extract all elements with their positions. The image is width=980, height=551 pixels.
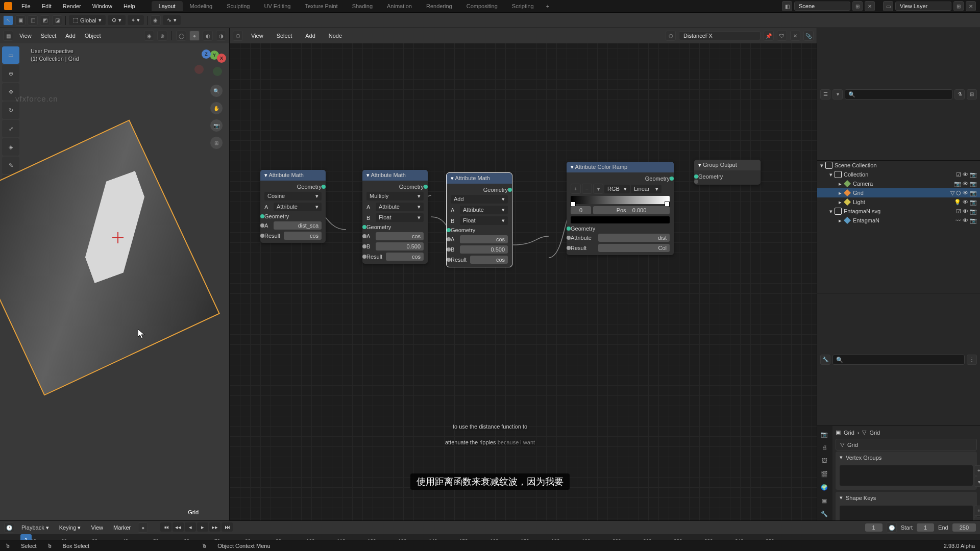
tab-modeling[interactable]: Modeling bbox=[183, 1, 220, 11]
play-reverse-button[interactable]: ◂ bbox=[185, 522, 196, 532]
ramp-remove-stop[interactable]: − bbox=[582, 184, 592, 194]
ne-menu-add[interactable]: Add bbox=[300, 31, 321, 41]
node-tree-name-field[interactable]: DistanceFX bbox=[679, 31, 761, 40]
perspective-toggle[interactable]: ⊞ bbox=[210, 136, 223, 149]
breadcrumb-data[interactable]: Grid bbox=[869, 430, 880, 436]
overlay-toggle[interactable]: ◉ bbox=[144, 31, 154, 41]
jump-start-button[interactable]: ⏮ bbox=[160, 522, 172, 532]
render-toggle[interactable]: 📷 bbox=[970, 217, 977, 224]
outliner-search[interactable] bbox=[845, 89, 952, 99]
zoom-button[interactable]: 🔍 bbox=[210, 84, 223, 97]
gizmo-neg-y[interactable] bbox=[213, 67, 222, 76]
stop-index[interactable]: 0 bbox=[571, 206, 591, 214]
rotate-tool[interactable]: ↻ bbox=[2, 102, 19, 119]
vp-menu-object[interactable]: Object bbox=[82, 31, 104, 40]
shading-material[interactable]: ◐ bbox=[203, 31, 213, 41]
attribute-math-node-1[interactable]: ▾ Attribute Math Geometry Cosine▾ AAttri… bbox=[260, 170, 326, 243]
end-frame-field[interactable]: 250 bbox=[952, 523, 976, 532]
select-tool[interactable]: ▭ bbox=[2, 46, 19, 64]
select-mode-2[interactable]: ◫ bbox=[28, 15, 38, 26]
render-toggle[interactable]: 📷 bbox=[970, 199, 977, 206]
navigation-gizmo[interactable]: Y Z X bbox=[194, 47, 223, 76]
tab-scene[interactable]: 🎬 bbox=[818, 468, 830, 480]
node-header[interactable]: ▾ Attribute Math bbox=[362, 170, 428, 181]
operation-dropdown[interactable]: Add▾ bbox=[451, 195, 508, 204]
operation-dropdown[interactable]: Multiply▾ bbox=[366, 192, 424, 201]
scene-delete-button[interactable]: ✕ bbox=[865, 1, 875, 11]
tab-viewlayer[interactable]: 🖼 bbox=[818, 455, 830, 467]
outliner-filter[interactable]: ⚗ bbox=[954, 89, 965, 99]
color-ramp-gradient[interactable] bbox=[571, 196, 670, 204]
viewlayer-icon[interactable]: ▭ bbox=[883, 1, 893, 11]
menu-render[interactable]: Render bbox=[58, 1, 86, 11]
tab-object[interactable]: ▣ bbox=[818, 494, 830, 507]
node-header[interactable]: ▾ Group Output bbox=[694, 160, 761, 170]
proportional-falloff-dropdown[interactable]: ∿▾ bbox=[163, 15, 181, 25]
menu-file[interactable]: File bbox=[16, 1, 36, 11]
menu-help[interactable]: Help bbox=[118, 1, 140, 11]
tl-marker-menu[interactable]: Marker bbox=[110, 523, 134, 532]
node-tree-browse[interactable]: ⬡ bbox=[666, 31, 676, 41]
tl-keying-menu[interactable]: Keying ▾ bbox=[56, 523, 84, 532]
play-button[interactable]: ▸ bbox=[197, 522, 208, 532]
a-field[interactable]: dist_sca bbox=[274, 221, 322, 230]
a-type-dropdown[interactable]: Attribute▾ bbox=[274, 203, 322, 211]
shading-solid[interactable]: ● bbox=[189, 31, 200, 41]
tab-scripting[interactable]: Scripting bbox=[505, 1, 541, 11]
viewlayer-delete-button[interactable]: ✕ bbox=[966, 1, 976, 11]
shape-keys-header[interactable]: ▾Shape Keys bbox=[836, 492, 977, 504]
render-toggle[interactable]: 📷 bbox=[970, 171, 977, 178]
properties-options[interactable]: ⋮ bbox=[967, 355, 977, 365]
svg-collection-row[interactable]: ▾EntagmaN.svg☑👁📷 bbox=[817, 207, 980, 216]
ramp-interpolation[interactable]: Linear▾ bbox=[631, 185, 662, 193]
pin-button[interactable]: 📌 bbox=[764, 31, 774, 41]
node-header[interactable]: ▾ Attribute Math bbox=[260, 170, 326, 181]
breadcrumb-obj[interactable]: Grid bbox=[844, 430, 854, 436]
add-vgroup[interactable]: + bbox=[974, 465, 980, 475]
scene-new-button[interactable]: ⊞ bbox=[852, 1, 863, 11]
visibility-toggle[interactable]: 👁 bbox=[963, 190, 968, 196]
cursor-tool[interactable]: ⊕ bbox=[2, 65, 19, 82]
shading-rendered[interactable]: ◑ bbox=[216, 31, 226, 41]
cursor-tool-icon[interactable]: ↖ bbox=[3, 15, 13, 26]
scene-collection-row[interactable]: ▾Scene Collection bbox=[817, 161, 980, 170]
stop-position[interactable]: Pos 0.000 bbox=[593, 206, 670, 214]
vp-menu-view[interactable]: View bbox=[16, 31, 35, 40]
outliner[interactable]: ▾Scene Collection ▾Collection☑👁📷 ▸Camera… bbox=[817, 161, 980, 293]
editor-type-dropdown[interactable]: ▦ bbox=[3, 31, 13, 41]
gizmo-x-axis[interactable]: X bbox=[217, 54, 226, 63]
camera-view-button[interactable]: 📷 bbox=[210, 119, 223, 132]
jump-end-button[interactable]: ⏭ bbox=[222, 522, 233, 532]
shading-wireframe[interactable]: ◯ bbox=[176, 31, 186, 41]
select-mode-1[interactable]: ▣ bbox=[15, 15, 26, 26]
vgroup-specials[interactable]: ▾ bbox=[974, 477, 980, 487]
mesh-name-field[interactable]: ▽Grid bbox=[836, 439, 977, 450]
outliner-new-collection[interactable]: ⊞ bbox=[967, 89, 977, 99]
add-shapekey[interactable]: + bbox=[974, 506, 980, 516]
tab-animation[interactable]: Animation bbox=[380, 1, 419, 11]
svg-item-row[interactable]: ▸EntagmaN〰👁📷 bbox=[817, 216, 980, 225]
grid-row[interactable]: ▸Grid▽⬡👁📷 bbox=[817, 188, 980, 197]
scale-tool[interactable]: ⤢ bbox=[2, 120, 19, 137]
tab-output[interactable]: 🖨 bbox=[818, 441, 830, 454]
tab-modifiers[interactable]: 🔧 bbox=[818, 508, 830, 520]
group-output-node[interactable]: ▾ Group Output Geometry bbox=[694, 160, 761, 185]
next-keyframe-button[interactable]: ▸▸ bbox=[209, 522, 220, 532]
operation-dropdown[interactable]: Cosine▾ bbox=[264, 192, 322, 201]
visibility-toggle[interactable]: 👁 bbox=[963, 199, 968, 206]
light-row[interactable]: ▸Light💡👁📷 bbox=[817, 197, 980, 207]
tab-world[interactable]: 🌍 bbox=[818, 481, 830, 493]
prev-keyframe-button[interactable]: ◂◂ bbox=[173, 522, 184, 532]
collection-row[interactable]: ▾Collection☑👁📷 bbox=[817, 170, 980, 179]
tab-render[interactable]: 📷 bbox=[818, 428, 830, 440]
transform-tool[interactable]: ◈ bbox=[2, 138, 19, 156]
properties-search[interactable] bbox=[832, 355, 965, 365]
exclude-toggle[interactable]: ☑ bbox=[956, 171, 961, 178]
stop-color-swatch[interactable] bbox=[571, 216, 670, 223]
tab-sculpting[interactable]: Sculpting bbox=[219, 1, 257, 11]
vp-menu-add[interactable]: Add bbox=[62, 31, 79, 40]
tab-shading[interactable]: Shading bbox=[345, 1, 380, 11]
transform-orientation-dropdown[interactable]: ⬚Global▾ bbox=[69, 15, 106, 25]
node-header[interactable]: ▾ Attribute Color Ramp bbox=[567, 162, 674, 172]
tab-uv-editing[interactable]: UV Editing bbox=[257, 1, 298, 11]
